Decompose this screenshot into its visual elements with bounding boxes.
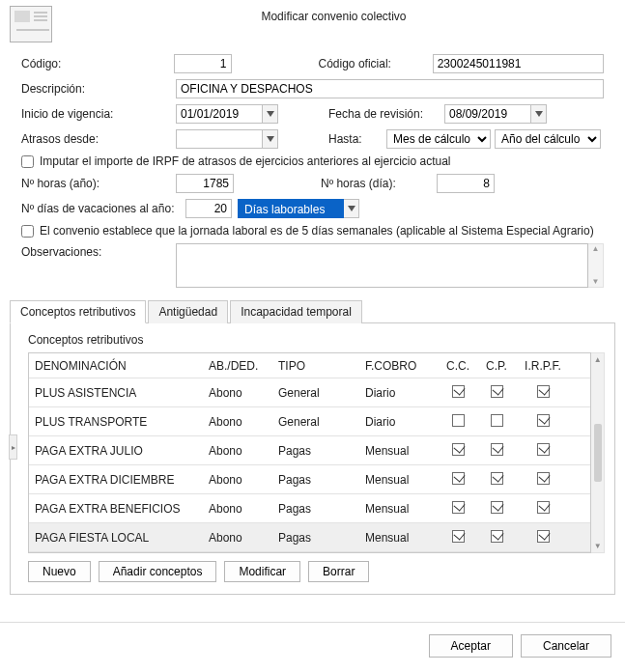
grid-header: DENOMINACIÓN AB./DED. TIPO F.COBRO C.C. … [29,353,590,378]
chevron-down-icon[interactable] [263,129,278,149]
table-row[interactable]: PAGA EXTRA JULIOAbonoPagasMensual [29,436,590,465]
n-horas-dia-input[interactable] [437,174,495,193]
dialog-title: Modificar convenio colectivo [52,6,615,23]
atrasos-desde-label: Atrasos desde: [21,132,176,146]
codigo-oficial-input[interactable] [433,54,604,73]
col-tipo: TIPO [272,354,359,378]
observaciones-textarea[interactable] [176,243,588,288]
cell-abded: Abono [203,468,272,491]
n-horas-ano-input[interactable] [176,174,234,193]
scroll-up-icon[interactable]: ▲ [592,244,600,254]
grid-scrollbar[interactable]: ▲ ▼ [591,352,605,553]
n-dias-vac-label: Nº días de vacaciones al año: [21,202,185,215]
scroll-up-icon[interactable]: ▲ [594,353,602,366]
cell-cc-checkbox[interactable] [439,409,477,434]
cell-irpf-checkbox[interactable] [516,380,570,406]
inicio-vigencia-input[interactable] [176,104,263,124]
cell-denominacion: PAGA EXTRA DICIEMBRE [29,468,203,491]
fecha-revision-label: Fecha de revisión: [328,107,444,121]
imputar-checkbox[interactable] [21,155,34,168]
expand-handle[interactable]: ▸ [9,434,17,460]
cell-tipo: General [272,381,359,405]
cell-abded: Abono [203,410,272,434]
codigo-input[interactable] [174,54,232,73]
cell-fcobro: Mensual [359,526,439,549]
chevron-down-icon[interactable] [344,199,359,218]
inicio-vigencia-label: Inicio de vigencia: [21,107,176,121]
col-fcobro: F.COBRO [359,354,439,378]
cell-fcobro: Diario [359,410,439,434]
anadir-conceptos-button[interactable]: Añadir conceptos [99,561,217,582]
cell-cc-checkbox[interactable] [439,467,477,492]
scroll-down-icon[interactable]: ▼ [594,540,602,552]
col-cp: C.P. [477,354,516,378]
n-horas-ano-label: Nº horas (año): [21,177,176,190]
cell-cp-checkbox[interactable] [477,496,516,521]
cell-irpf-checkbox[interactable] [516,467,570,492]
chevron-down-icon[interactable] [263,104,278,124]
grid-conceptos: DENOMINACIÓN AB./DED. TIPO F.COBRO C.C. … [28,352,591,553]
imputar-label: Imputar el importe de IRPF de atrasos de… [40,154,451,168]
col-abded: AB./DED. [203,354,272,378]
cell-tipo: Pagas [272,526,359,549]
cell-irpf-checkbox[interactable] [516,409,570,434]
cell-cc-checkbox[interactable] [439,380,477,406]
cell-abded: Abono [203,526,272,549]
n-horas-dia-label: Nº horas (día): [321,177,437,190]
inicio-vigencia-combo[interactable] [176,104,278,124]
fecha-revision-combo[interactable] [444,104,547,124]
hasta-ano-select[interactable]: Año del cálculo d [495,129,601,149]
observaciones-label: Observaciones: [21,243,176,288]
table-row[interactable]: PLUS ASISTENCIAAbonoGeneralDiario [29,378,590,407]
cell-irpf-checkbox[interactable] [516,525,570,550]
nuevo-button[interactable]: Nuevo [28,561,91,582]
vac-tipo-value[interactable]: Días laborables [238,199,344,218]
vac-tipo-combo[interactable]: Días laborables [238,199,359,218]
cell-irpf-checkbox[interactable] [516,496,570,521]
modificar-button[interactable]: Modificar [224,561,300,582]
tab-antiguedad[interactable]: Antigüedad [148,300,228,323]
cell-abded: Abono [203,381,272,405]
hasta-label: Hasta: [328,132,386,146]
observaciones-scrollbar[interactable]: ▲ ▼ [588,243,604,288]
cell-cc-checkbox[interactable] [439,438,477,463]
cell-cp-checkbox[interactable] [477,467,516,492]
cell-tipo: Pagas [272,497,359,520]
cell-cc-checkbox[interactable] [439,496,477,521]
cell-denominacion: PAGA EXTRA BENEFICIOS [29,497,203,520]
scroll-down-icon[interactable]: ▼ [592,277,600,287]
tab-conceptos[interactable]: Conceptos retributivos [10,300,146,323]
atrasos-desde-input[interactable] [176,129,263,149]
tab-incapacidad[interactable]: Incapacidad temporal [230,300,362,323]
cell-denominacion: PAGA EXTRA JULIO [29,439,203,462]
codigo-oficial-label: Código oficial: [319,57,433,70]
n-dias-vac-input[interactable] [185,199,232,218]
borrar-button[interactable]: Borrar [308,561,369,582]
table-row[interactable]: PAGA EXTRA DICIEMBREAbonoPagasMensual [29,465,590,494]
cell-tipo: Pagas [272,468,359,491]
cell-cp-checkbox[interactable] [477,409,516,434]
table-row[interactable]: PAGA FIESTA LOCALAbonoPagasMensual [29,523,590,552]
cell-cp-checkbox[interactable] [477,380,516,406]
cell-abded: Abono [203,497,272,520]
table-row[interactable]: PLUS TRANSPORTEAbonoGeneralDiario [29,407,590,436]
col-irpf: I.R.P.F. [516,354,570,378]
hasta-mes-select[interactable]: Mes de cálculo [386,129,491,149]
cell-cp-checkbox[interactable] [477,438,516,463]
cell-denominacion: PAGA FIESTA LOCAL [29,526,203,549]
cell-cp-checkbox[interactable] [477,525,516,550]
fecha-revision-input[interactable] [444,104,531,124]
dialog-icon [10,6,52,42]
cancelar-button[interactable]: Cancelar [521,634,611,658]
descripcion-input[interactable] [176,79,604,98]
cell-irpf-checkbox[interactable] [516,438,570,463]
cell-fcobro: Diario [359,381,439,405]
table-row[interactable]: PAGA EXTRA BENEFICIOSAbonoPagasMensual [29,494,590,523]
convenio-5dias-checkbox[interactable] [21,225,34,238]
aceptar-button[interactable]: Aceptar [429,634,513,658]
atrasos-desde-combo[interactable] [176,129,278,149]
grid-title: Conceptos retributivos [28,333,605,347]
scroll-thumb[interactable] [594,424,602,482]
chevron-down-icon[interactable] [531,104,547,124]
cell-cc-checkbox[interactable] [439,525,477,550]
